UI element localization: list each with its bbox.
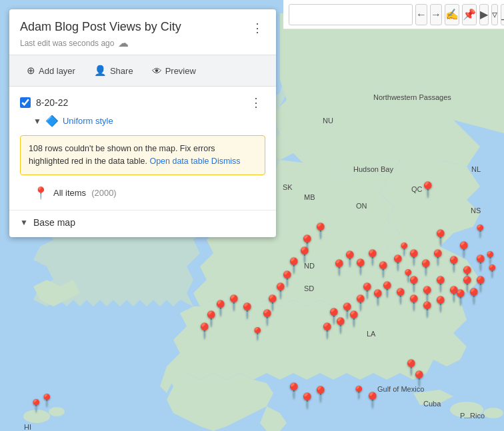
layer-name-label: 8-20-22 xyxy=(36,97,241,108)
add-layer-button[interactable]: ⊕ Add layer xyxy=(20,61,82,81)
preview-icon: 👁 xyxy=(152,65,162,77)
basemap-section: ▼ Base map xyxy=(9,210,276,237)
sidebar-header: Adam Blog Post Views by City Last edit w… xyxy=(9,9,276,55)
svg-point-3 xyxy=(483,408,503,418)
open-data-table-link[interactable]: Open data table xyxy=(149,157,209,166)
forward-button[interactable]: → xyxy=(430,4,442,25)
map-toolbar: ← → ✍ 📌 ▶ ▿ ⎯ xyxy=(283,0,504,29)
svg-point-4 xyxy=(23,410,50,423)
add-layer-label: Add layer xyxy=(39,66,75,76)
share-label: Share xyxy=(110,66,133,76)
sidebar-panel: Adam Blog Post Views by City Last edit w… xyxy=(9,9,276,237)
all-items-label: All items xyxy=(53,188,86,198)
ruler-button[interactable]: ⎯ xyxy=(501,4,504,25)
layer-header: 8-20-22 ⋮ xyxy=(20,93,265,112)
layer-more-icon: ⋮ xyxy=(250,95,262,110)
page-subtitle: Last edit was seconds ago ☁ xyxy=(20,37,265,49)
share-button[interactable]: 👤 Share xyxy=(87,61,140,81)
back-button[interactable]: ← xyxy=(415,4,427,25)
subtitle-text: Last edit was seconds ago xyxy=(20,39,114,48)
dismiss-link[interactable]: Dismiss xyxy=(211,157,241,166)
select-button[interactable]: ▶ xyxy=(479,4,489,25)
add-layer-icon: ⊕ xyxy=(27,65,35,77)
basemap-chevron-icon[interactable]: ▼ xyxy=(20,218,28,227)
header-more-button[interactable]: ⋮ xyxy=(248,19,267,37)
uniform-style-icon: 🔷 xyxy=(45,115,59,127)
layer-more-button[interactable]: ⋮ xyxy=(247,93,265,112)
layer-section: 8-20-22 ⋮ ▼ 🔷 Uniform style 108 rows cou… xyxy=(9,87,276,210)
cloud-save-button[interactable]: ☁ xyxy=(118,37,129,49)
svg-point-5 xyxy=(49,407,65,416)
uniform-style-row: ▼ 🔷 Uniform style xyxy=(20,112,265,130)
pin-button[interactable]: 📌 xyxy=(462,4,477,25)
chevron-down-icon[interactable]: ▼ xyxy=(33,117,41,126)
uniform-style-link[interactable]: Uniform style xyxy=(63,116,113,126)
warning-box: 108 rows couldn't be shown on the map. F… xyxy=(20,135,265,175)
more-icon: ⋮ xyxy=(251,21,263,35)
action-bar: ⊕ Add layer 👤 Share 👁 Preview xyxy=(9,55,276,87)
svg-point-2 xyxy=(450,402,483,418)
all-items-row: 📍 All items (2000) xyxy=(20,181,265,203)
pan-button[interactable]: ✍ xyxy=(445,4,459,25)
page-title: Adam Blog Post Views by City xyxy=(20,20,265,34)
share-icon: 👤 xyxy=(94,65,107,77)
filter-button[interactable]: ▿ xyxy=(491,4,498,25)
basemap-row[interactable]: ▼ Base map xyxy=(20,217,265,228)
preview-label: Preview xyxy=(165,66,196,76)
preview-button[interactable]: 👁 Preview xyxy=(145,61,203,81)
basemap-label: Base map xyxy=(33,217,75,228)
layer-checkbox[interactable] xyxy=(20,97,31,108)
all-items-pin-icon: 📍 xyxy=(33,186,48,201)
all-items-count: (2000) xyxy=(91,188,117,198)
search-input[interactable] xyxy=(289,4,413,25)
